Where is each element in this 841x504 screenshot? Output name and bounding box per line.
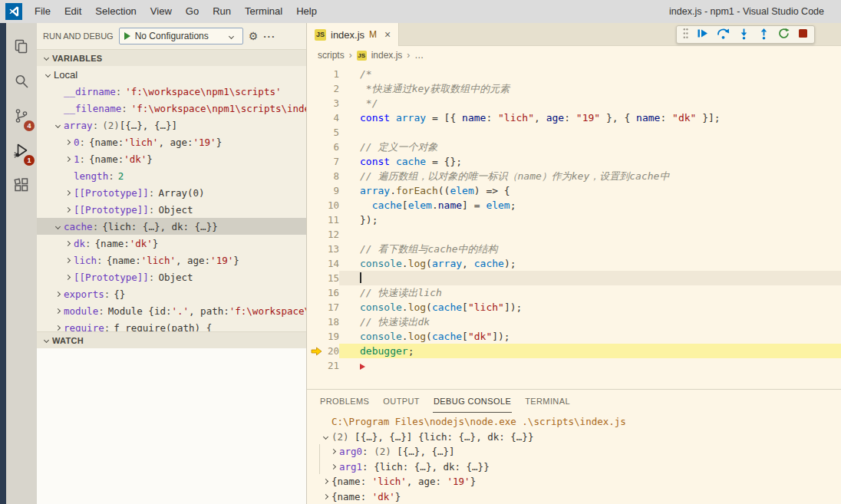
line-number[interactable]: 10 xyxy=(325,198,339,212)
gutter-glyph[interactable] xyxy=(307,242,325,256)
console-row[interactable]: arg0: (2) [{…}, {…}] xyxy=(307,444,841,460)
restart-button[interactable] xyxy=(778,28,790,41)
activity-explorer[interactable] xyxy=(6,31,37,65)
code-line-21[interactable]: 21 xyxy=(307,358,841,373)
chevron-right-icon[interactable] xyxy=(319,495,331,499)
gutter-glyph[interactable] xyxy=(307,212,325,227)
close-tab-icon[interactable]: × xyxy=(384,28,391,41)
variable-row[interactable]: module:Module {id: '.', path: 'f:\worksp… xyxy=(37,302,306,319)
gutter-glyph[interactable] xyxy=(307,154,325,169)
gutter-glyph[interactable] xyxy=(307,227,325,242)
gutter-glyph[interactable] xyxy=(307,140,325,154)
gear-icon[interactable]: ⚙ xyxy=(249,30,259,42)
line-number[interactable]: 16 xyxy=(325,285,339,300)
console-row[interactable]: (2) [{…}, {…}] {lich: {…}, dk: {…}} xyxy=(307,430,841,445)
configurations-dropdown[interactable]: No Configurations xyxy=(119,28,243,44)
code-line-3[interactable]: 3 */ xyxy=(307,96,841,110)
gutter-glyph[interactable] xyxy=(307,96,325,110)
line-number[interactable]: 17 xyxy=(325,300,339,315)
code-line-15[interactable]: 15 xyxy=(307,271,841,285)
code-line-4[interactable]: 4const array = [{ name: "lich", age: "19… xyxy=(307,110,841,125)
drag-handle-button[interactable] xyxy=(683,28,688,41)
code-line-16[interactable]: 16// 快速读出lich xyxy=(307,285,841,300)
activity-extensions[interactable] xyxy=(6,169,37,203)
chevron-down-icon[interactable] xyxy=(51,124,64,127)
chevron-down-icon[interactable] xyxy=(41,73,54,77)
panel-tab-problems[interactable]: PROBLEMS xyxy=(319,390,370,413)
code-line-13[interactable]: 13// 看下数组与cache中的结构 xyxy=(307,242,841,256)
code-line-11[interactable]: 11}); xyxy=(307,212,841,227)
console-row[interactable]: arg1: {lich: {…}, dk: {…}} xyxy=(307,460,841,475)
line-number[interactable]: 9 xyxy=(325,183,339,198)
menu-view[interactable]: View xyxy=(143,0,179,23)
chevron-right-icon[interactable] xyxy=(51,292,64,296)
line-number[interactable]: 12 xyxy=(325,227,339,242)
line-number[interactable]: 18 xyxy=(325,315,339,329)
variable-row[interactable]: 0:{name: 'lich', age: '19'} xyxy=(37,133,306,150)
chevron-right-icon[interactable] xyxy=(61,191,74,195)
line-number[interactable]: 6 xyxy=(325,140,339,154)
activity-search[interactable] xyxy=(6,65,37,100)
panel-tab-output[interactable]: OUTPUT xyxy=(382,390,420,413)
code-editor[interactable]: 1/*2 *快速通过key获取数组中的元素3 */4const array = … xyxy=(307,64,841,389)
code-line-6[interactable]: 6// 定义一个对象 xyxy=(307,140,841,154)
gutter-glyph[interactable] xyxy=(307,81,325,96)
variable-row[interactable]: 1:{name: 'dk'} xyxy=(37,150,306,167)
variable-row[interactable]: [[Prototype]]:Object xyxy=(37,201,306,218)
chevron-right-icon[interactable] xyxy=(61,140,74,144)
line-number[interactable]: 13 xyxy=(325,242,339,256)
code-line-8[interactable]: 8// 遍历数组，以对象的唯一标识（name）作为key，设置到cache中 xyxy=(307,169,841,183)
line-number[interactable]: 20 xyxy=(325,344,339,358)
chevron-right-icon[interactable] xyxy=(61,157,74,161)
gutter-glyph[interactable] xyxy=(307,125,325,140)
variables-section-header[interactable]: VARIABLES xyxy=(37,49,306,66)
chevron-right-icon[interactable] xyxy=(327,465,339,469)
variable-row[interactable]: exports:{} xyxy=(37,285,306,302)
console-row[interactable]: {name: 'dk'} xyxy=(307,489,841,504)
variable-row[interactable]: cache:{lich: {…}, dk: {…}} xyxy=(37,218,306,235)
console-command-row[interactable]: C:\Program Files\nodejs\node.exe .\scrip… xyxy=(307,414,841,430)
line-number[interactable]: 21 xyxy=(325,358,339,373)
variable-row[interactable]: length:2 xyxy=(37,167,306,184)
gutter-glyph[interactable] xyxy=(307,358,325,373)
debug-console[interactable]: C:\Program Files\nodejs\node.exe .\scrip… xyxy=(307,413,841,504)
continue-button[interactable] xyxy=(697,28,708,41)
chevron-right-icon[interactable] xyxy=(51,326,64,330)
chevron-right-icon[interactable] xyxy=(327,450,339,453)
chevron-right-icon[interactable] xyxy=(61,259,74,262)
code-line-14[interactable]: 14console.log(array, cache); xyxy=(307,256,841,271)
panel-tab-terminal[interactable]: TERMINAL xyxy=(524,390,571,413)
variable-row[interactable]: [[Prototype]]:Array(0) xyxy=(37,184,306,201)
line-number[interactable]: 15 xyxy=(325,271,339,285)
activity-source-control[interactable]: 4 xyxy=(6,100,37,134)
step-into-button[interactable] xyxy=(738,28,750,42)
menu-terminal[interactable]: Terminal xyxy=(238,0,289,23)
watch-section-header[interactable]: WATCH xyxy=(37,331,306,348)
chevron-right-icon[interactable] xyxy=(61,242,74,245)
line-number[interactable]: 1 xyxy=(325,67,339,81)
panel-tab-debug-console[interactable]: DEBUG CONSOLE xyxy=(433,390,512,413)
line-number[interactable]: 7 xyxy=(325,154,339,169)
code-line-9[interactable]: 9array.forEach((elem) => { xyxy=(307,183,841,198)
code-line-18[interactable]: 18// 快速读出dk xyxy=(307,315,841,329)
menu-run[interactable]: Run xyxy=(206,0,238,23)
variable-row[interactable]: [[Prototype]]:Object xyxy=(37,268,306,285)
line-number[interactable]: 2 xyxy=(325,81,339,96)
chevron-down-icon[interactable] xyxy=(40,338,52,342)
code-line-19[interactable]: 19console.log(cache["dk"]); xyxy=(307,329,841,344)
more-actions-icon[interactable]: ··· xyxy=(263,31,275,42)
gutter-glyph[interactable] xyxy=(307,271,325,285)
code-line-2[interactable]: 2 *快速通过key获取数组中的元素 xyxy=(307,81,841,96)
line-number[interactable]: 14 xyxy=(325,256,339,271)
breadcrumb-item[interactable]: … xyxy=(414,50,424,61)
line-number[interactable]: 11 xyxy=(325,212,339,227)
menu-selection[interactable]: Selection xyxy=(88,0,143,23)
line-number[interactable]: 19 xyxy=(325,329,339,344)
chevron-down-icon[interactable] xyxy=(51,225,64,229)
breadcrumb-item[interactable]: scripts xyxy=(318,50,345,61)
menu-file[interactable]: File xyxy=(28,0,58,23)
variable-row[interactable]: __dirname:'f:\workspace\npm1\scripts' xyxy=(37,83,306,100)
menu-help[interactable]: Help xyxy=(289,0,324,23)
activity-run-and-debug[interactable]: 1 xyxy=(6,134,37,169)
line-number[interactable]: 4 xyxy=(325,110,339,125)
